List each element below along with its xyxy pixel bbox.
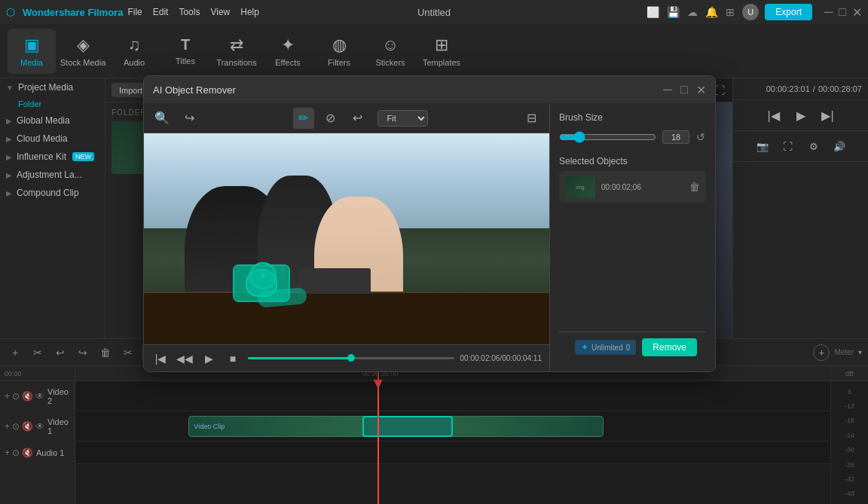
toolbar-media[interactable]: ▣ Media xyxy=(8,29,56,74)
dialog-play-btn[interactable]: ▶ xyxy=(200,350,218,368)
toolbar-stickers[interactable]: ☺ Stickers xyxy=(366,29,414,74)
volume-icon[interactable]: 🔊 xyxy=(829,136,850,157)
toolbar-audio[interactable]: ♫ Audio xyxy=(110,29,158,74)
filters-icon: ◍ xyxy=(332,35,347,55)
dialog-stop-btn[interactable]: ■ xyxy=(224,350,242,368)
meter-val-36: -36 xyxy=(833,460,866,469)
dialog-progress-bar[interactable] xyxy=(248,357,454,359)
video2-track-content[interactable] xyxy=(75,381,830,411)
fullscreen-icon[interactable]: ⛶ xyxy=(778,136,799,157)
video2-eye-icon[interactable]: 👁 xyxy=(35,391,44,402)
meter-dropdown-icon[interactable]: ▾ xyxy=(858,348,862,356)
sidebar-label-adjustment: Adjustment La... xyxy=(17,170,82,180)
user-avatar[interactable]: U xyxy=(742,4,759,20)
player-controls-right: |◀ ▶ ▶| xyxy=(733,100,868,131)
sidebar-item-adjustment[interactable]: ▶ Adjustment La... xyxy=(0,166,105,184)
menu-file[interactable]: File xyxy=(127,7,142,17)
brush-reset-btn[interactable]: ↺ xyxy=(695,129,706,145)
sidebar-item-folder[interactable]: Folder xyxy=(0,96,105,111)
dialog-prev-frame-btn[interactable]: ◀◀ xyxy=(176,350,194,368)
sidebar-item-project-media[interactable]: ▼ Project Media xyxy=(0,78,105,96)
export-button[interactable]: Export xyxy=(765,4,812,20)
audio-mute-icon[interactable]: 🔇 xyxy=(22,447,33,458)
video2-track-icons: + ⊙ 🔇 👁 xyxy=(5,391,44,402)
video1-mute-icon[interactable]: 🔇 xyxy=(22,421,33,432)
undo-brush-btn[interactable]: ↩ xyxy=(347,108,368,129)
dialog-minimize-btn[interactable]: ─ xyxy=(662,84,673,95)
titlebar-left: ⬡ Wondershare Filmora File Edit Tools Vi… xyxy=(6,6,259,18)
video1-track-content[interactable]: Video Clip xyxy=(75,411,830,441)
zoom-out-btn[interactable]: 🔍 xyxy=(151,108,173,129)
app-logo: ⬡ xyxy=(6,6,15,18)
add-track-circle-btn[interactable]: + xyxy=(813,344,830,361)
minimize-button[interactable]: ─ xyxy=(824,5,833,19)
sidebar-item-compound-clip[interactable]: ▶ Compound Clip xyxy=(0,184,105,202)
audio-track-content[interactable] xyxy=(75,441,830,464)
obj-delete-btn[interactable]: 🗑 xyxy=(689,181,700,193)
bell-icon[interactable]: 🔔 xyxy=(705,6,718,18)
toolbar-effects[interactable]: ✦ Effects xyxy=(264,29,312,74)
dialog-first-frame-btn[interactable]: |◀ xyxy=(151,350,170,368)
track-label-video2: + ⊙ 🔇 👁 Video 2 xyxy=(0,381,75,411)
brush-size-slider[interactable] xyxy=(559,131,656,143)
menu-edit[interactable]: Edit xyxy=(153,7,169,17)
sidebar-arrow-project-media: ▼ xyxy=(6,84,14,92)
dialog-canvas[interactable] xyxy=(144,133,549,344)
dialog-maximize-btn[interactable]: □ xyxy=(679,84,689,95)
timeline-delete-btn[interactable]: 🗑 xyxy=(96,344,115,362)
timeline-split-btn[interactable]: ✂ xyxy=(29,344,47,362)
fit-select[interactable]: Fit 100% 50% xyxy=(377,110,428,127)
prev-frame-btn[interactable]: |◀ xyxy=(763,105,784,126)
video2-mute-icon[interactable]: 🔇 xyxy=(22,391,33,402)
timeline-add-track-btn[interactable]: + xyxy=(6,344,24,362)
templates-label: Templates xyxy=(423,58,460,67)
media-icon: ▣ xyxy=(24,35,40,55)
sidebar-item-global-media[interactable]: ▶ Global Media xyxy=(0,111,105,130)
monitor-icon[interactable]: ⬜ xyxy=(646,6,659,18)
video1-eye-icon[interactable]: 👁 xyxy=(35,421,44,432)
play-pause-btn[interactable]: ▶ xyxy=(790,105,811,126)
menu-help[interactable]: Help xyxy=(240,7,259,17)
total-time: 00:00:28:07 xyxy=(818,84,862,93)
menu-tools[interactable]: Tools xyxy=(179,7,200,17)
settings-icon[interactable]: ⚙ xyxy=(803,136,824,157)
eraser-tool-btn[interactable]: ⊘ xyxy=(320,108,341,129)
toolbar-transitions[interactable]: ⇄ Transitions xyxy=(212,29,261,74)
expand-icon[interactable]: ⛶ xyxy=(714,84,725,96)
transitions-icon: ⇄ xyxy=(230,35,243,55)
cloud-icon[interactable]: ☁ xyxy=(687,6,698,18)
toolbar-titles[interactable]: T Titles xyxy=(161,29,209,74)
toolbar-stock-media[interactable]: ◈ Stock Media xyxy=(59,29,107,74)
maximize-button[interactable]: □ xyxy=(839,5,846,19)
sidebar-item-cloud-media[interactable]: ▶ Cloud Media xyxy=(0,130,105,148)
timeline-undo-btn[interactable]: ↩ xyxy=(51,344,69,362)
video1-lock-icon[interactable]: ⊙ xyxy=(12,421,20,432)
close-button[interactable]: ✕ xyxy=(852,5,862,20)
timeline-redo-btn[interactable]: ↪ xyxy=(74,344,92,362)
menu-view[interactable]: View xyxy=(210,7,230,17)
video1-add-icon[interactable]: + xyxy=(5,421,10,432)
save-icon[interactable]: 💾 xyxy=(667,6,680,18)
snapshot-icon[interactable]: 📷 xyxy=(752,136,773,157)
player-extra-controls: 📷 ⛶ ⚙ 🔊 xyxy=(733,131,868,162)
sidebar-item-influence-kit[interactable]: ▶ Influence Kit NEW xyxy=(0,148,105,166)
audio-lock-icon[interactable]: ⊙ xyxy=(12,447,20,458)
brush-size-input[interactable] xyxy=(662,130,689,144)
video2-lock-icon[interactable]: ⊙ xyxy=(12,391,20,402)
video2-add-icon[interactable]: + xyxy=(5,391,10,402)
dialog-playbar: |◀ ◀◀ ▶ ■ 00:00:02:06/00:00:04:11 xyxy=(144,344,549,371)
grid-icon[interactable]: ⊞ xyxy=(726,6,735,18)
toolbar-filters[interactable]: ◍ Filters xyxy=(315,29,363,74)
next-frame-btn[interactable]: ▶| xyxy=(818,105,839,126)
dialog-close-btn[interactable]: ✕ xyxy=(695,84,706,95)
audio-add-icon[interactable]: + xyxy=(5,447,10,458)
timeline-cut-btn[interactable]: ✂ xyxy=(119,344,137,362)
sidebar-arrow-cloud: ▶ xyxy=(6,135,12,143)
selected-clip[interactable] xyxy=(362,416,453,437)
remove-button[interactable]: Remove xyxy=(642,338,697,356)
canvas-settings-btn[interactable]: ⊟ xyxy=(521,108,542,129)
brush-tool-btn[interactable]: ✏ xyxy=(293,108,314,129)
toolbar-templates[interactable]: ⊞ Templates xyxy=(417,29,466,74)
dialog-progress-handle[interactable] xyxy=(347,354,355,362)
redo-brush-btn[interactable]: ↪ xyxy=(179,108,200,129)
